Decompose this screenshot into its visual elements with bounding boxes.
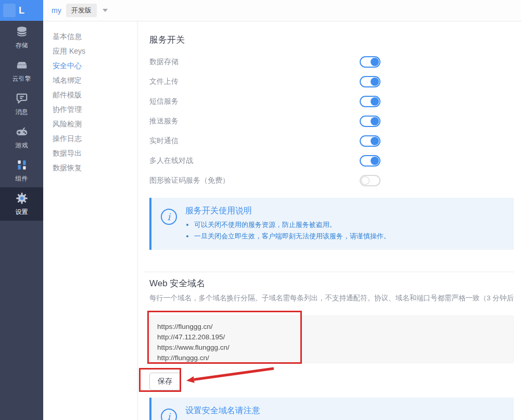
info-box-title: 服务开关使用说明 bbox=[185, 206, 390, 217]
toggle-switch[interactable] bbox=[360, 135, 380, 147]
switch-row-captcha: 图形验证码服务（免费） bbox=[149, 171, 380, 190]
submenu-item-email-template[interactable]: 邮件模版 bbox=[43, 87, 137, 102]
chevron-down-icon[interactable] bbox=[103, 9, 108, 12]
toggle-knob bbox=[371, 58, 379, 66]
message-icon bbox=[15, 92, 29, 105]
service-switches-title: 服务开关 bbox=[149, 34, 514, 46]
switch-label: 推送服务 bbox=[149, 117, 179, 126]
app-logo[interactable]: L bbox=[0, 0, 43, 21]
sidebar-item-label: 存储 bbox=[16, 41, 28, 50]
toggle-switch[interactable] bbox=[360, 76, 380, 87]
switch-row-file-upload: 文件上传 bbox=[149, 72, 380, 92]
switch-row-realtime: 实时通信 bbox=[149, 131, 380, 151]
switch-label: 多人在线对战 bbox=[149, 156, 193, 166]
toggle-switch[interactable] bbox=[360, 175, 380, 186]
info-bullet: 一旦关闭会立即生效，客户端即刻无法使用该服务，请谨慎操作。 bbox=[194, 231, 390, 242]
sidebar-item-label: 游戏 bbox=[16, 141, 28, 150]
switch-label: 短信服务 bbox=[149, 97, 179, 106]
service-switch-info-box: i 服务开关使用说明 可以关闭不使用的服务资源，防止服务被盗用。 一旦关闭会立即… bbox=[149, 198, 514, 250]
toggle-knob bbox=[371, 97, 379, 106]
sidebar-item-games[interactable]: 游戏 bbox=[0, 121, 43, 154]
submenu-item-domain-binding[interactable]: 域名绑定 bbox=[43, 73, 137, 87]
icon-sidebar: L 存储 云引擎 消息 游戏 bbox=[0, 0, 43, 420]
toggle-knob bbox=[361, 176, 370, 185]
submenu-item-operation-log[interactable]: 操作日志 bbox=[43, 131, 137, 146]
toggle-knob bbox=[371, 117, 379, 125]
domain-notice-box: i 设置安全域名请注意 bbox=[149, 398, 514, 420]
submenu-item-data-export[interactable]: 数据导出 bbox=[43, 146, 137, 160]
switch-row-data-storage: 数据存储 bbox=[149, 52, 380, 72]
submenu-item-data-restore[interactable]: 数据恢复 bbox=[43, 160, 137, 175]
switch-label: 实时通信 bbox=[149, 136, 179, 146]
topbar: my 开发版 bbox=[43, 0, 521, 21]
switch-label: 数据存储 bbox=[149, 57, 179, 67]
logo-letter: L bbox=[19, 5, 24, 16]
main-panel: 服务开关 数据存储 文件上传 短信服务 推送服务 实时通信 多人在线对战 图形验… bbox=[138, 21, 521, 420]
info-icon: i bbox=[161, 209, 177, 225]
sidebar-item-settings[interactable]: 设置 bbox=[0, 187, 43, 221]
submenu-item-collaboration[interactable]: 协作管理 bbox=[43, 102, 137, 117]
section-divider bbox=[144, 272, 514, 272]
toggle-switch[interactable] bbox=[360, 116, 380, 127]
switch-label: 文件上传 bbox=[149, 77, 179, 86]
toggle-knob bbox=[371, 78, 379, 86]
switch-row-multiplayer: 多人在线对战 bbox=[149, 151, 380, 171]
submenu-item-security-center[interactable]: 安全中心 bbox=[43, 58, 137, 73]
info-box-bullets: 可以关闭不使用的服务资源，防止服务被盗用。 一旦关闭会立即生效，客户端即刻无法使… bbox=[185, 219, 390, 242]
sidebar-item-label: 组件 bbox=[16, 174, 28, 183]
version-badge: 开发版 bbox=[66, 4, 97, 17]
sidebar-item-messages[interactable]: 消息 bbox=[0, 87, 43, 121]
sidebar-item-label: 云引擎 bbox=[12, 74, 31, 83]
sidebar-item-cloud-engine[interactable]: 云引擎 bbox=[0, 54, 43, 87]
sidebar-item-label: 设置 bbox=[16, 208, 28, 217]
switch-row-push: 推送服务 bbox=[149, 111, 380, 131]
database-icon bbox=[15, 25, 29, 39]
web-domain-title: Web 安全域名 bbox=[149, 277, 514, 289]
sidebar-item-components[interactable]: 组件 bbox=[0, 154, 43, 187]
settings-submenu: 基本信息 应用 Keys 安全中心 域名绑定 邮件模版 协作管理 风险检测 操作… bbox=[43, 21, 138, 420]
toggle-switch[interactable] bbox=[360, 56, 380, 68]
sidebar-item-label: 消息 bbox=[16, 108, 28, 117]
switch-rows: 数据存储 文件上传 短信服务 推送服务 实时通信 多人在线对战 图形验证码服务（… bbox=[149, 52, 514, 190]
notice-box-title: 设置安全域名请注意 bbox=[185, 405, 260, 416]
submenu-item-app-keys[interactable]: 应用 Keys bbox=[43, 44, 137, 58]
toggle-knob bbox=[371, 137, 379, 145]
gear-icon bbox=[15, 192, 29, 205]
toggle-switch[interactable] bbox=[360, 155, 380, 167]
submenu-item-basic-info[interactable]: 基本信息 bbox=[43, 29, 137, 44]
info-bullet: 可以关闭不使用的服务资源，防止服务被盗用。 bbox=[194, 219, 390, 231]
save-button[interactable]: 保存 bbox=[149, 373, 181, 390]
web-domain-description: 每行一个域名，多个域名换行分隔。子域名需每条列出，不支持通配符。协议、域名和端口… bbox=[149, 294, 514, 303]
domain-textarea[interactable]: https://flunggg.cn/ http://47.112.208.19… bbox=[149, 315, 514, 363]
info-icon: i bbox=[161, 409, 177, 420]
gamepad-icon bbox=[15, 125, 29, 138]
submenu-item-risk-detection[interactable]: 风险检测 bbox=[43, 117, 137, 131]
app-name[interactable]: my bbox=[52, 6, 61, 15]
switch-row-sms: 短信服务 bbox=[149, 92, 380, 111]
toggle-knob bbox=[371, 157, 379, 165]
switch-label: 图形验证码服务（免费） bbox=[149, 176, 230, 185]
cloud-engine-icon bbox=[15, 58, 29, 72]
toggle-switch[interactable] bbox=[360, 96, 380, 107]
components-icon bbox=[15, 158, 29, 172]
sidebar-item-storage[interactable]: 存储 bbox=[0, 21, 43, 54]
